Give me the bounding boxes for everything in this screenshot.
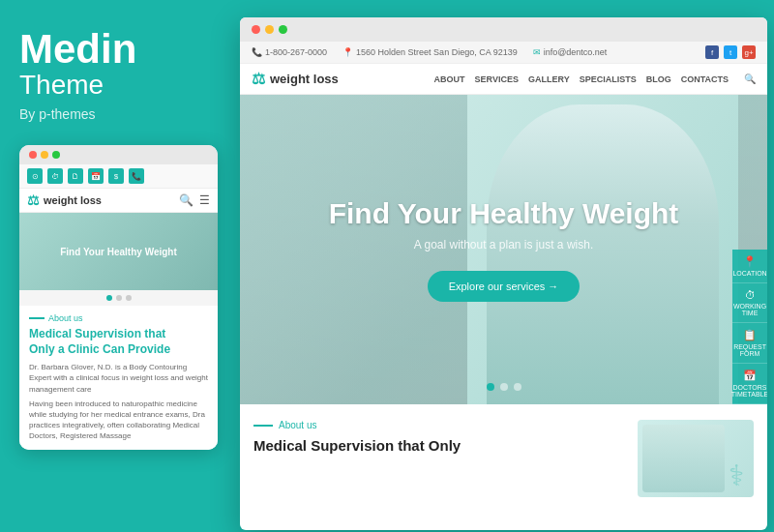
mobile-hero-text: Find Your Healthy Weight: [60, 247, 177, 257]
nav-gallery[interactable]: GALLERY: [528, 74, 570, 84]
about-dash: [253, 425, 273, 427]
side-location-icon: 📍: [743, 255, 757, 268]
by-line: By p-themes: [19, 106, 213, 122]
brand-name: Medin: [19, 29, 213, 70]
side-doctors-btn[interactable]: 📅 DOCTORS TIMETABLE: [732, 364, 767, 404]
hero-cta-button[interactable]: Explore our services →: [428, 271, 580, 302]
nav-specialists[interactable]: SPECIALISTS: [580, 74, 637, 84]
hero-subtitle: A goal without a plan is just a wish.: [329, 238, 679, 251]
left-panel: Medin Theme By p-themes ⊙ ⏱ 🗋 📅 $ 📞 ⚖ we…: [0, 0, 232, 532]
mobile-nav-header: ⚖ weight loss 🔍 ☰: [19, 189, 218, 213]
mobile-body-text-2: Having been introduced to naturopathic m…: [29, 399, 208, 442]
mobile-phone-icon: 📞: [129, 168, 144, 184]
phone-icon: 📞: [252, 47, 262, 57]
side-time-btn[interactable]: ⏱ WORKING TIME: [732, 283, 767, 323]
mobile-logo-icon: ⚖: [27, 192, 40, 208]
mobile-dot-green: [52, 151, 60, 159]
nav-contacts[interactable]: CONTACTS: [681, 74, 729, 84]
about-label: About us: [253, 420, 622, 430]
mobile-menu-icon[interactable]: ☰: [199, 193, 210, 207]
slider-dot-3: [514, 383, 521, 391]
site-nav: ⚖ weight loss ABOUT SERVICES GALLERY SPE…: [240, 64, 767, 95]
browser-window: 📞 1-800-267-0000 📍 1560 Holden Street Sa…: [240, 17, 767, 530]
mobile-dot-1: [106, 295, 112, 301]
mobile-cal-icon: 📅: [88, 168, 104, 184]
topbar-address: 📍 1560 Holden Street San Diego, CA 92139: [342, 47, 518, 57]
slider-dot-1: [487, 383, 494, 391]
mobile-doc-icon: 🗋: [68, 168, 83, 184]
mobile-about-dash: [29, 317, 45, 319]
site-hero: Find Your Healthy Weight A goal without …: [240, 95, 767, 404]
mobile-search-icon[interactable]: 🔍: [179, 193, 194, 207]
mobile-dot-2: [116, 295, 122, 301]
side-form-icon: 📋: [743, 329, 757, 341]
site-logo: ⚖ weight loss: [252, 70, 339, 88]
side-cal-icon: 📅: [743, 369, 757, 382]
mobile-content: About us Medical Supervision that Only a…: [19, 306, 218, 450]
nav-services[interactable]: SERVICES: [475, 74, 519, 84]
twitter-button[interactable]: t: [724, 45, 737, 59]
facebook-button[interactable]: f: [705, 45, 719, 59]
mobile-clock-icon: ⏱: [47, 168, 63, 184]
location-icon: 📍: [342, 47, 353, 57]
mobile-about-label: About us: [29, 313, 208, 323]
search-icon[interactable]: 🔍: [744, 74, 756, 84]
topbar-social: f t g+: [705, 45, 756, 59]
hero-content: Find Your Healthy Weight A goal without …: [329, 197, 679, 302]
browser-dot-green: [279, 25, 287, 34]
mobile-about-title: Medical Supervision that Only a Clinic C…: [29, 327, 208, 357]
mobile-icon-toolbar: ⊙ ⏱ 🗋 📅 $ 📞: [19, 164, 218, 189]
topbar-phone: 📞 1-800-267-0000: [252, 47, 327, 57]
mobile-slider-dots: [19, 290, 218, 306]
about-title: Medical Supervision that Only: [253, 436, 622, 456]
about-img-content: [642, 425, 725, 492]
email-icon: ✉: [533, 47, 541, 57]
mobile-top-bar: [19, 145, 218, 164]
slider-dot-2: [500, 383, 508, 391]
side-clock-icon: ⏱: [745, 289, 756, 301]
mobile-nav-icons: 🔍 ☰: [171, 190, 218, 211]
side-buttons: 📍 LOCATION ⏱ WORKING TIME 📋 REQUEST FORM…: [732, 250, 767, 404]
mobile-mockup: ⊙ ⏱ 🗋 📅 $ 📞 ⚖ weight loss 🔍 ☰ Find Your …: [19, 145, 218, 450]
browser-titlebar: [240, 17, 767, 42]
mobile-location-icon: ⊙: [27, 168, 43, 184]
dna-icon: ⚕: [729, 458, 744, 492]
browser-dot-red: [252, 25, 260, 34]
browser-dot-yellow: [265, 25, 274, 34]
side-location-btn[interactable]: 📍 LOCATION: [732, 250, 767, 283]
about-image: ⚕: [638, 420, 754, 497]
googleplus-button[interactable]: g+: [742, 45, 756, 59]
mobile-body-text: Dr. Barbara Glover, N.D. is a Body Conto…: [29, 362, 208, 395]
mobile-dot-yellow: [41, 151, 48, 159]
mobile-dot-3: [126, 295, 132, 301]
site-about: About us Medical Supervision that Only ⚕: [240, 404, 767, 513]
nav-about[interactable]: ABOUT: [434, 74, 465, 84]
nav-links: ABOUT SERVICES GALLERY SPECIALISTS BLOG …: [434, 74, 756, 84]
hero-slider-dots: [487, 383, 521, 391]
mobile-title-link: Clinic Can Provide: [68, 342, 170, 356]
nav-blog[interactable]: BLOG: [646, 74, 671, 84]
mobile-hero: Find Your Healthy Weight: [19, 213, 218, 290]
brand-subtitle: Theme: [19, 70, 213, 101]
topbar-email: ✉ info@dentco.net: [533, 47, 608, 57]
side-request-btn[interactable]: 📋 REQUEST FORM: [732, 323, 767, 364]
about-text: About us Medical Supervision that Only: [253, 420, 622, 497]
logo-icon: ⚖: [252, 70, 265, 88]
mobile-price-icon: $: [108, 168, 124, 184]
hero-title: Find Your Healthy Weight: [329, 197, 679, 230]
mobile-logo: ⚖ weight loss: [19, 189, 109, 212]
site-topbar: 📞 1-800-267-0000 📍 1560 Holden Street Sa…: [240, 42, 767, 64]
mobile-dot-red: [29, 151, 37, 159]
